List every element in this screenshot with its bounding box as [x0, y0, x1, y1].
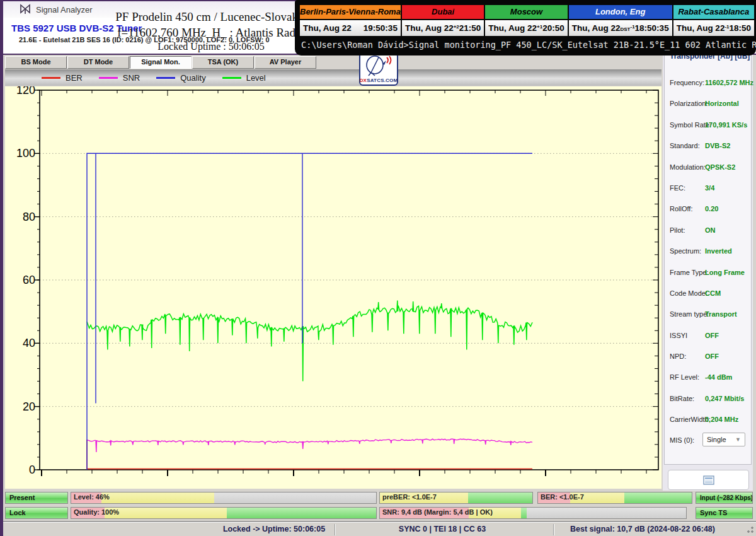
clock-city-label: Moscow [485, 5, 567, 19]
transponder-row-spectrum-: Spectrum:Inverted [665, 242, 751, 262]
legend-item-level: Level [222, 73, 266, 83]
clock-city-label: London, Eng [569, 5, 672, 19]
level-meter: Level: 46% [71, 492, 377, 504]
transponder-row-rf-level-: RF Level:-44 dBm [665, 368, 751, 388]
toolbar-button-signal-mon-[interactable]: Signal Mon. [130, 56, 192, 69]
svg-text:100: 100 [16, 147, 35, 160]
transponder-info-box: Transponder [Ab] [dB] Frequency:11602,57… [664, 55, 752, 465]
dxsatcs-logo-text: DXSATCS.COM [360, 78, 398, 84]
svg-text:60: 60 [23, 274, 35, 286]
legend-line-icon [99, 77, 118, 79]
clock-datetime: Thu, Aug 22DST-118:50:35 [569, 20, 672, 36]
satellite-dish-icon [365, 55, 392, 78]
status-divider [553, 524, 554, 535]
svg-text:20: 20 [23, 400, 35, 413]
signal-analyzer-window: Signal Analyzer TBS 5927 USB DVB-S2 Tune… [0, 0, 756, 536]
clock-city-label: Rabat-Casablanca [673, 5, 754, 19]
input-rate-indicator: Input (~282 Kbps) [696, 492, 753, 504]
legend-line-icon [156, 77, 175, 79]
transponder-rows: Frequency:11602,572 MHzPolarization:Hori… [665, 73, 751, 431]
clock-london-eng: London, EngThu, Aug 22DST-118:50:35 [569, 5, 672, 36]
mis-selected-value: Single [707, 436, 726, 443]
mode-toolbar: BS ModeDT ModeSignal Mon.TSA (OK)AV Play… [3, 55, 663, 69]
clock-datetime: Thu, Aug 22+120:50 [485, 20, 567, 36]
transponder-row-stream-type-: Stream type:Transport [665, 305, 751, 325]
ber-meter: BER: <1.0E-7 [537, 492, 692, 504]
quality-meter: Quality: 100% [71, 507, 377, 519]
clock-moscow: MoscowThu, Aug 22+120:50 [485, 5, 567, 36]
clock-datetime: Thu, Aug 22-118:50 [673, 20, 754, 36]
status-uptime: Locked -> Uptime: 50:06:05 [223, 525, 325, 533]
app-icon [20, 4, 31, 15]
transponder-row-code-mode-: Code Mode:CCM [665, 284, 751, 305]
transponder-row-npd-: NPD:OFF [665, 347, 751, 368]
toolbar-button-dt-mode[interactable]: DT Mode [67, 56, 129, 69]
world-clock-panel: Berlin-Paris-Vienna-RomaThu, Aug 2219:50… [295, 0, 756, 55]
svg-text:120: 120 [16, 86, 35, 96]
transponder-row-fec-: FEC:3/4 [665, 178, 751, 199]
transponder-sidebar: Transponder [Ab] [dB] Frequency:11602,57… [663, 54, 753, 491]
mis-label: MIS (0): [670, 436, 694, 444]
mis-row: MIS (0): Single ▼ [665, 433, 751, 449]
lock-indicator: Lock [5, 507, 68, 519]
transponder-row-modulation-: Modulation:QPSK-S2 [665, 158, 751, 178]
transponder-row-polarization-: Polarization:Horizontal [665, 94, 751, 115]
transponder-row-issyi: ISSYIOFF [665, 326, 751, 347]
transponder-row-frequency-: Frequency:11602,572 MHz [665, 73, 751, 94]
transponder-row-bitrate-: BitRate:0,247 Mbit/s [665, 389, 751, 410]
terminal-command: C:\Users\Roman Dávid>Signal monitoring_P… [301, 40, 752, 50]
preber-meter: preBER: <1.0E-7 [379, 492, 533, 504]
resize-grip[interactable] [747, 526, 754, 533]
transponder-row-rolloff-: RollOff:0.20 [665, 199, 751, 220]
transponder-row-frame-type-: Frame Type:Long Frame [665, 263, 751, 284]
window-title: Signal Analyzer [36, 5, 93, 15]
transponder-row-carrierwidth-: CarrierWidth:0,204 MHz [665, 410, 751, 431]
toolbar-button-tsa-ok-[interactable]: TSA (OK) [192, 56, 254, 69]
svg-text:40: 40 [23, 337, 35, 349]
sync-ts-indicator: Sync TS [696, 507, 753, 519]
clock-columns: Berlin-Paris-Vienna-RomaThu, Aug 2219:50… [300, 5, 751, 36]
svg-text:80: 80 [23, 211, 35, 223]
clock-city-label: Dubai [402, 5, 484, 19]
clock-datetime: Thu, Aug 2219:50:35 [300, 20, 401, 36]
chevron-down-icon: ▼ [735, 436, 741, 443]
transponder-row-pilot-: Pilot:ON [665, 221, 751, 242]
save-snapshot-button[interactable] [668, 470, 749, 490]
legend-item-quality: Quality [156, 73, 205, 83]
status-bar: Locked -> Uptime: 50:06:05 SYNC 0 | TEI … [0, 522, 756, 536]
legend-item-ber: BER [42, 73, 83, 83]
clock-datetime: Thu, Aug 22+221:50 [402, 20, 484, 36]
clock-city-label: Berlin-Paris-Vienna-Roma [300, 5, 401, 19]
status-divider [335, 524, 335, 535]
clock-berlin-paris-vienna-roma: Berlin-Paris-Vienna-RomaThu, Aug 2219:50… [300, 5, 401, 36]
toolbar-button-av-player[interactable]: AV Player [255, 56, 316, 69]
window-border-left [0, 0, 3, 536]
status-sync-counters: SYNC 0 | TEI 18 | CC 63 [399, 525, 486, 533]
legend-item-snr: SNR [99, 73, 140, 83]
transponder-row-symbol-rate-: Symbol Rate:170,991 KS/s [665, 115, 751, 136]
status-best-signal: Best signal: 10,7 dB (2024-08-22 06:48) [570, 525, 715, 533]
save-icon [703, 475, 714, 485]
snr-meter: SNR: 9,4 dB (Margin: 5,4 dB | OK) [379, 507, 687, 519]
clock-dubai: DubaiThu, Aug 22+221:50 [402, 5, 484, 36]
svg-text:0: 0 [29, 463, 35, 476]
chart-svg: 020406080100120 [5, 86, 662, 489]
chart-legend: BERSNRQualityLevel [5, 69, 662, 86]
signal-chart: 020406080100120 [5, 86, 662, 489]
mis-select[interactable]: Single ▼ [702, 433, 745, 446]
present-indicator: Present [5, 492, 68, 504]
legend-line-icon [222, 77, 241, 79]
dxsatcs-logo: DXSATCS.COM [359, 52, 398, 86]
toolbar-button-bs-mode[interactable]: BS Mode [5, 56, 67, 69]
clock-rabat-casablanca: Rabat-CasablancaThu, Aug 22-118:50 [673, 5, 754, 36]
transponder-row-standard-: Standard:DVB-S2 [665, 136, 751, 157]
legend-line-icon [42, 77, 60, 79]
